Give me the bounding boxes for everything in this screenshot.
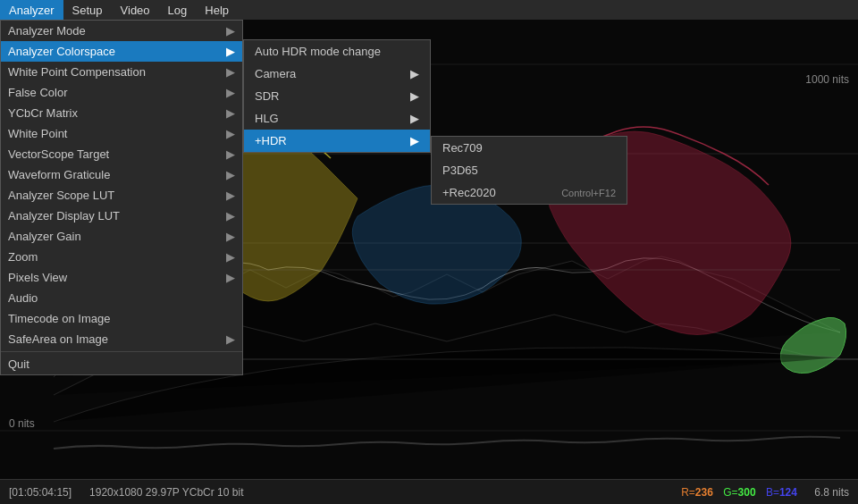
submenu-arrow: ▶ [226, 65, 235, 79]
r-label: R= [681, 486, 695, 499]
menu-setup[interactable]: Setup [63, 0, 112, 20]
menu-item-scope-lut[interactable]: Analyzer Scope LUT ▶ [1, 185, 242, 206]
nits-value: 6.8 nits [814, 486, 849, 499]
submenu-arrow: ▶ [410, 89, 419, 103]
menu-item-white-point-comp[interactable]: White Point Compensation ▶ [1, 62, 242, 82]
menu-item-pixels-view[interactable]: Pixels View ▶ [1, 267, 242, 288]
menu-item-zoom[interactable]: Zoom ▶ [1, 247, 242, 267]
hdr-item-p3d65[interactable]: P3D65 [432, 159, 627, 181]
submenu-arrow: ▶ [226, 168, 235, 181]
nits-0-label: 0 nits [9, 417, 35, 430]
submenu-arrow: ▶ [226, 45, 235, 58]
hdr-item-rec709[interactable]: Rec709 [432, 137, 627, 159]
menubar: Analyzer Setup Video Log Help [0, 0, 858, 20]
submenu-arrow: ▶ [226, 106, 235, 120]
menu-item-analyzer-gain[interactable]: Analyzer Gain ▶ [1, 226, 242, 247]
submenu-arrow: ▶ [410, 134, 419, 147]
b-label: B= [766, 486, 779, 499]
menu-item-quit[interactable]: Quit [1, 354, 242, 374]
r-value: 236 [695, 486, 713, 499]
submenu-arrow: ▶ [226, 271, 235, 284]
colorspace-submenu: Auto HDR mode change Camera ▶ SDR ▶ HLG … [243, 39, 431, 153]
menu-item-audio[interactable]: Audio [1, 288, 242, 308]
submenu-arrow: ▶ [226, 189, 235, 202]
menu-item-analyzer-mode[interactable]: Analyzer Mode ▶ [1, 21, 242, 41]
menu-separator [1, 351, 242, 352]
submenu-arrow: ▶ [226, 127, 235, 140]
menu-item-ycbcr-matrix[interactable]: YCbCr Matrix ▶ [1, 103, 242, 123]
shortcut-label: Control+F12 [561, 188, 616, 198]
timecode-display: [01:05:04:15] [9, 486, 72, 499]
g-label: G= [723, 486, 737, 499]
menu-item-vectorscope-target[interactable]: VectorScope Target ▶ [1, 144, 242, 164]
menu-item-display-lut[interactable]: Analyzer Display LUT ▶ [1, 206, 242, 226]
g-value: 300 [738, 486, 756, 499]
analyzer-dropdown: Analyzer Mode ▶ Analyzer Colorspace ▶ Wh… [0, 20, 243, 375]
b-value: 124 [779, 486, 797, 499]
menu-item-timecode[interactable]: Timecode on Image [1, 308, 242, 329]
submenu-arrow: ▶ [226, 86, 235, 99]
submenu-arrow: ▶ [226, 250, 235, 264]
menu-log[interactable]: Log [159, 0, 197, 20]
submenu-item-camera[interactable]: Camera ▶ [244, 63, 430, 85]
submenu-arrow: ▶ [410, 112, 419, 125]
submenu-arrow: ▶ [226, 332, 235, 346]
menu-item-safearea[interactable]: SafeArea on Image ▶ [1, 329, 242, 349]
nits-1000-label: 1000 nits [805, 73, 849, 86]
resolution-display: 1920x1080 29.97P YCbCr 10 bit [89, 486, 243, 499]
menu-item-colorspace[interactable]: Analyzer Colorspace ▶ [1, 41, 242, 62]
submenu-item-auto-hdr[interactable]: Auto HDR mode change [244, 40, 430, 63]
hdr-submenu: Rec709 P3D65 +Rec2020 Control+F12 [431, 136, 627, 205]
hdr-item-rec2020[interactable]: +Rec2020 Control+F12 [432, 181, 627, 204]
submenu-item-sdr[interactable]: SDR ▶ [244, 85, 430, 107]
submenu-item-hdr[interactable]: +HDR ▶ [244, 130, 430, 152]
menu-item-waveform-graticule[interactable]: Waveform Graticule ▶ [1, 164, 242, 185]
menu-item-white-point[interactable]: White Point ▶ [1, 123, 242, 144]
color-values: R=236 G=300 B=124 6.8 nits [681, 486, 849, 499]
submenu-arrow: ▶ [226, 24, 235, 38]
status-bar: [01:05:04:15] 1920x1080 29.97P YCbCr 10 … [0, 479, 858, 504]
menu-analyzer[interactable]: Analyzer [0, 0, 63, 20]
menu-video[interactable]: Video [112, 0, 159, 20]
menu-item-false-color[interactable]: False Color ▶ [1, 82, 242, 103]
submenu-arrow: ▶ [410, 67, 419, 80]
submenu-arrow: ▶ [226, 209, 235, 223]
submenu-arrow: ▶ [226, 230, 235, 243]
menu-help[interactable]: Help [196, 0, 238, 20]
submenu-item-hlg[interactable]: HLG ▶ [244, 107, 430, 130]
submenu-arrow: ▶ [226, 147, 235, 161]
